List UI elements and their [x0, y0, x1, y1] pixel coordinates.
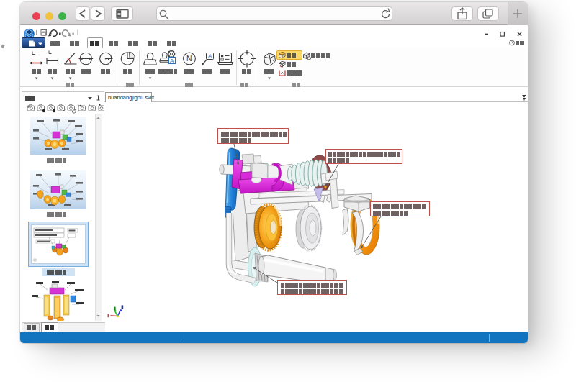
svg-text:N: N	[186, 54, 192, 63]
svg-text:A: A	[170, 58, 174, 64]
svg-text:A: A	[208, 53, 212, 60]
